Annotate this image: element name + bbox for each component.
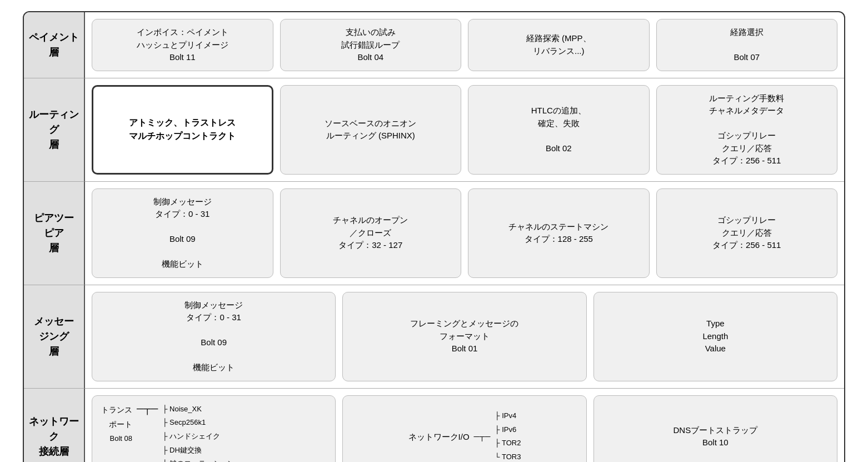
transport-tree: トランス ポート Bolt 08 ─┬─ ├ Noise_XK ├ Secp25… — [101, 403, 326, 463]
transport-bolt: Bolt 08 — [110, 432, 132, 446]
messaging-layer-label: メッセー ジング 層 — [24, 285, 85, 389]
messaging-card-3-text: TypeLengthValue — [702, 317, 728, 355]
routing-card-3[interactable]: HTLCの追加、確定、失敗Bolt 02 — [468, 85, 650, 175]
p2p-card-3-text: チャネルのステートマシンタイプ：128 - 255 — [508, 221, 608, 246]
network-dns-card[interactable]: DNSブートストラップBolt 10 — [593, 395, 837, 463]
main-container: ペイメント 層 インボイス：ペイメントハッシュとプリイメージBolt 11 支払… — [23, 11, 845, 462]
messaging-row-content: 制御メッセージタイプ：0 - 31Bolt 09機能ビット フレーミングとメッセ… — [85, 285, 844, 389]
messaging-card-1[interactable]: 制御メッセージタイプ：0 - 31Bolt 09機能ビット — [92, 292, 336, 381]
transport-items: ├ Noise_XK ├ Secp256k1 ├ ハンドシェイク ├ DH鍵交換… — [162, 403, 235, 463]
network-row-content: トランス ポート Bolt 08 ─┬─ ├ Noise_XK ├ Secp25… — [85, 389, 844, 463]
routing-card-4[interactable]: ルーティング手数料チャネルメタデータゴシップリレークエリ／応答タイプ：256 -… — [656, 85, 838, 175]
payment-card-1-text: インボイス：ペイメントハッシュとプリイメージBolt 11 — [137, 26, 228, 64]
routing-layer-label: ルーティング 層 — [24, 78, 85, 182]
network-transport-card[interactable]: トランス ポート Bolt 08 ─┬─ ├ Noise_XK ├ Secp25… — [92, 395, 336, 463]
routing-card-3-text: HTLCの追加、確定、失敗Bolt 02 — [531, 105, 586, 155]
p2p-label-text: ピアツー ピア 層 — [34, 211, 74, 256]
p2p-card-2-text: チャネルのオープン／クローズタイプ：32 - 127 — [333, 214, 408, 252]
payment-card-3-text: 経路探索 (MPP、リバランス...) — [526, 32, 591, 57]
routing-card-highlighted[interactable]: アトミック、トラストレスマルチホップコントラクト — [92, 85, 273, 175]
messaging-label-text: メッセー ジング 層 — [34, 314, 74, 359]
routing-row-content: アトミック、トラストレスマルチホップコントラクト ソースベースのオニオンルーティ… — [85, 78, 844, 182]
messaging-card-2-text: フレーミングとメッセージのフォーマットBolt 01 — [410, 317, 518, 355]
p2p-card-4[interactable]: ゴシップリレークエリ／応答タイプ：256 - 511 — [656, 188, 838, 278]
payment-card-2[interactable]: 支払いの試み試行錯誤ループBolt 04 — [280, 19, 462, 71]
p2p-card-1[interactable]: 制御メッセージタイプ：0 - 31Bolt 09機能ビット — [92, 188, 273, 278]
payment-card-4-text: 経路選択Bolt 07 — [730, 26, 764, 64]
layer-grid: ペイメント 層 インボイス：ペイメントハッシュとプリイメージBolt 11 支払… — [24, 12, 844, 462]
network-layer-label: ネットワーク 接続層 — [24, 389, 85, 463]
payment-card-3[interactable]: 経路探索 (MPP、リバランス...) — [468, 19, 650, 71]
network-io-connector: ─┬─ — [473, 430, 492, 444]
routing-label-text: ルーティング 層 — [27, 107, 81, 152]
routing-card-2[interactable]: ソースベースのオニオンルーティング (SPHINX) — [280, 85, 462, 175]
transport-name: トランス ポート — [101, 403, 132, 432]
p2p-card-4-text: ゴシップリレークエリ／応答タイプ：256 - 511 — [712, 214, 781, 252]
network-dns-text: DNSブートストラップBolt 10 — [673, 424, 757, 449]
p2p-card-2[interactable]: チャネルのオープン／クローズタイプ：32 - 127 — [280, 188, 462, 278]
p2p-card-3[interactable]: チャネルのステートマシンタイプ：128 - 255 — [468, 188, 650, 278]
network-label-text: ネットワーク 接続層 — [27, 414, 81, 459]
routing-card-4-text: ルーティング手数料チャネルメタデータゴシップリレークエリ／応答タイプ：256 -… — [709, 92, 784, 167]
network-io-items: ├ IPv4 ├ IPv6 ├ TOR2 └ TOR3 — [495, 409, 521, 462]
payment-layer-label: ペイメント 層 — [24, 12, 85, 78]
p2p-card-1-text: 制御メッセージタイプ：0 - 31Bolt 09機能ビット — [153, 196, 212, 271]
payment-card-1[interactable]: インボイス：ペイメントハッシュとプリイメージBolt 11 — [92, 19, 273, 71]
messaging-card-1-text: 制御メッセージタイプ：0 - 31Bolt 09機能ビット — [184, 299, 243, 374]
payment-card-2-text: 支払いの試み試行錯誤ループBolt 04 — [341, 26, 400, 64]
routing-card-2-text: ソースベースのオニオンルーティング (SPHINX) — [325, 117, 416, 142]
transport-connector: ─┬─ — [134, 404, 160, 414]
transport-labels: トランス ポート Bolt 08 — [101, 403, 132, 446]
routing-card-highlighted-text: アトミック、トラストレスマルチホップコントラクト — [129, 116, 236, 143]
payment-label-text: ペイメント 層 — [29, 30, 79, 60]
network-io-card[interactable]: ネットワークI/O ─┬─ ├ IPv4 ├ IPv6 ├ TOR2 └ TOR… — [342, 395, 586, 463]
p2p-layer-label: ピアツー ピア 層 — [24, 182, 85, 285]
network-io-tree: ネットワークI/O ─┬─ ├ IPv4 ├ IPv6 ├ TOR2 └ TOR… — [352, 409, 577, 462]
p2p-row-content: 制御メッセージタイプ：0 - 31Bolt 09機能ビット チャネルのオープン／… — [85, 182, 844, 285]
network-io-label: ネットワークI/O — [408, 429, 470, 444]
messaging-card-3[interactable]: TypeLengthValue — [593, 292, 837, 381]
payment-card-4[interactable]: 経路選択Bolt 07 — [656, 19, 838, 71]
payment-row-content: インボイス：ペイメントハッシュとプリイメージBolt 11 支払いの試み試行錯誤… — [85, 12, 844, 78]
messaging-card-2[interactable]: フレーミングとメッセージのフォーマットBolt 01 — [342, 292, 586, 381]
